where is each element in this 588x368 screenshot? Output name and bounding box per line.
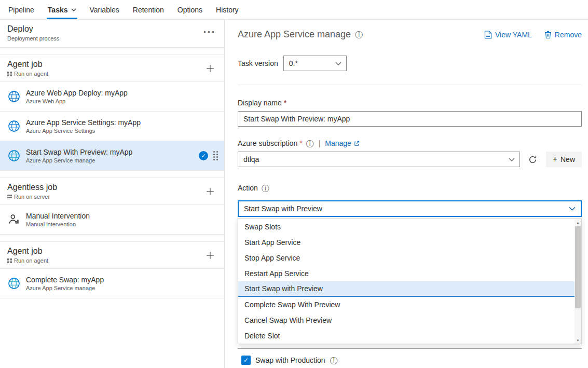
dropdown-option[interactable]: Delete Slot: [238, 328, 575, 344]
job-group: Agent job Run on agent Azure W: [0, 54, 224, 171]
dropdown-option[interactable]: Swap Slots: [238, 219, 575, 235]
remove-label: Remove: [555, 31, 582, 39]
display-name-label: Display name: [238, 99, 282, 107]
manage-label: Manage: [325, 139, 351, 147]
agent-icon: [7, 72, 12, 76]
obscured-field-border: [238, 348, 582, 349]
view-yaml-label: View YAML: [495, 31, 532, 39]
azure-web-app-icon: [7, 90, 21, 103]
swap-production-row: ✓ Swap with Production ⓘ: [238, 356, 582, 365]
pipeline-sidebar: Deploy Deployment process ··· Agent job …: [0, 20, 225, 368]
plus-icon: +: [553, 155, 557, 164]
task-title: Start Swap With Preview: myApp: [26, 148, 132, 156]
app-service-manage-icon: [7, 149, 21, 162]
dropdown-option[interactable]: Cancel Swap With Preview: [238, 312, 575, 328]
drag-handle-icon[interactable]: [213, 151, 218, 160]
tab-variables[interactable]: Variables: [89, 0, 120, 19]
scroll-down-icon[interactable]: ▼: [575, 337, 581, 344]
task-subtitle: Azure App Service Settings: [26, 128, 141, 134]
action-label: Action: [238, 184, 258, 192]
job-subtitle: Run on agent: [14, 71, 48, 77]
chevron-down-icon: [335, 62, 341, 65]
add-task-button[interactable]: [203, 185, 217, 198]
action-combobox[interactable]: Start Swap with Preview: [238, 200, 582, 217]
job-header[interactable]: Agentless job Run on server: [0, 178, 224, 205]
tab-label: Retention: [133, 6, 164, 14]
more-options-icon[interactable]: ···: [202, 24, 217, 40]
task-title: Azure App Service Settings: myApp: [26, 118, 141, 127]
job-header[interactable]: Agent job Run on agent: [0, 55, 224, 82]
add-task-button[interactable]: [203, 249, 217, 262]
trash-icon: [544, 31, 552, 39]
swap-production-checkbox[interactable]: ✓: [241, 356, 251, 365]
remove-button[interactable]: Remove: [544, 31, 582, 39]
task-subtitle: Azure Web App: [26, 98, 128, 104]
task-properties-panel: Azure App Service manage ⓘ View YAML Rem…: [225, 20, 588, 368]
add-task-button[interactable]: [203, 62, 217, 75]
chevron-down-icon: [71, 8, 76, 11]
info-icon[interactable]: ⓘ: [330, 357, 338, 364]
top-nav: Pipeline Tasks Variables Retention Optio…: [0, 0, 588, 20]
job-title: Agent job: [7, 60, 48, 69]
job-subtitle: Run on agent: [14, 257, 48, 264]
process-title: Deploy: [7, 24, 59, 34]
dropdown-option-selected[interactable]: Start Swap with Preview: [238, 281, 575, 297]
job-group: Agent job Run on agent Complet: [0, 241, 224, 298]
job-title: Agentless job: [7, 183, 57, 192]
scroll-thumb[interactable]: [575, 226, 581, 308]
page-title: Azure App Service manage: [238, 29, 351, 40]
dropdown-option[interactable]: Complete Swap With Preview: [238, 297, 575, 312]
process-card[interactable]: Deploy Deployment process ···: [0, 20, 224, 48]
yaml-file-icon: [484, 31, 492, 39]
job-group: Agentless job Run on server: [0, 178, 224, 235]
chevron-down-icon: [509, 158, 515, 161]
tab-tasks[interactable]: Tasks: [47, 0, 77, 19]
pipe-divider: |: [319, 139, 321, 147]
task-title: Manual Intervention: [26, 212, 90, 220]
plus-icon: [206, 251, 215, 260]
tab-retention[interactable]: Retention: [132, 0, 165, 19]
server-icon: [7, 195, 12, 199]
manage-link[interactable]: Manage: [325, 139, 360, 147]
task-row[interactable]: Manual Intervention Manual intervention: [0, 205, 224, 235]
app-service-manage-icon: [7, 277, 21, 290]
action-dropdown: Swap Slots Start App Service Stop App Se…: [238, 219, 582, 344]
job-header[interactable]: Agent job Run on agent: [0, 242, 224, 269]
task-title: Complete Swap: myApp: [26, 276, 104, 284]
scroll-up-icon[interactable]: ▲: [575, 219, 581, 226]
refresh-icon: [528, 155, 537, 164]
action-value: Start Swap with Preview: [244, 205, 322, 213]
task-version-value: 0.*: [289, 59, 298, 67]
task-title: Azure Web App Deploy: myApp: [26, 89, 128, 97]
new-button[interactable]: + New: [546, 152, 582, 167]
dropdown-option[interactable]: Restart App Service: [238, 266, 575, 281]
subscription-label: Azure subscription: [238, 139, 297, 147]
info-icon[interactable]: ⓘ: [306, 140, 314, 147]
task-subtitle: Manual intervention: [26, 221, 90, 227]
tab-history[interactable]: History: [215, 0, 240, 19]
refresh-button[interactable]: [525, 152, 541, 167]
job-title: Agent job: [7, 247, 48, 256]
task-version-select[interactable]: 0.*: [283, 56, 347, 71]
manual-intervention-icon: [7, 213, 21, 226]
selected-check-icon: ✓: [199, 151, 208, 160]
chevron-down-icon: [569, 207, 576, 211]
task-row-selected[interactable]: Start Swap With Preview: myApp Azure App…: [0, 141, 224, 171]
dropdown-option[interactable]: Start App Service: [238, 235, 575, 250]
tab-pipeline[interactable]: Pipeline: [7, 0, 35, 19]
info-icon[interactable]: ⓘ: [262, 184, 269, 192]
tab-options[interactable]: Options: [176, 0, 203, 19]
task-row[interactable]: Azure App Service Settings: myApp Azure …: [0, 112, 224, 141]
dropdown-option[interactable]: Stop App Service: [238, 250, 575, 266]
dropdown-scrollbar[interactable]: ▲ ▼: [575, 219, 581, 344]
subscription-select[interactable]: dtlqa: [238, 152, 520, 167]
display-name-input[interactable]: [238, 111, 582, 127]
view-yaml-button[interactable]: View YAML: [484, 31, 532, 39]
task-row[interactable]: Complete Swap: myApp Azure App Service m…: [0, 269, 224, 298]
plus-icon: [206, 64, 215, 73]
required-asterisk: *: [284, 99, 286, 107]
info-icon[interactable]: ⓘ: [355, 31, 363, 38]
agent-icon: [7, 258, 12, 263]
task-row[interactable]: Azure Web App Deploy: myApp Azure Web Ap…: [0, 82, 224, 112]
tab-label: Options: [177, 6, 202, 14]
